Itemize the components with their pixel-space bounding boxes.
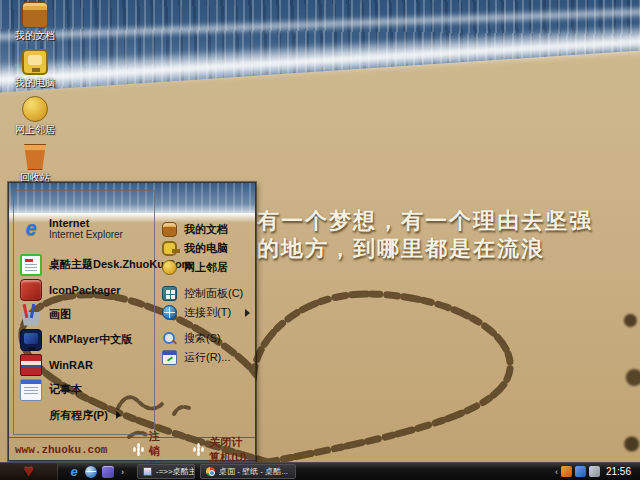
menu-item-connect-to[interactable]: 连接到(T) (162, 303, 250, 322)
notepad-icon (20, 379, 42, 401)
menu-item-kmplayer[interactable]: KMPlayer中文版 (20, 327, 150, 352)
menu-item-my-documents[interactable]: 我的文档 (162, 220, 250, 239)
menu-item-title: 我的文档 (184, 222, 228, 237)
menu-item-title: KMPlayer中文版 (49, 332, 132, 347)
chrome-icon (206, 467, 215, 476)
desktop-icon-label: 我的文档 (6, 30, 64, 41)
menu-item-zhuoku-theme[interactable]: 桌酷主题Desk.ZhuoKu.Com (20, 252, 150, 277)
desktop-icon-network-places[interactable]: 网上邻居 (6, 96, 64, 135)
connect-to-icon (162, 305, 177, 320)
wallpaper-seaweed (620, 292, 640, 480)
document-window-icon (143, 467, 152, 476)
log-off-icon (137, 447, 140, 452)
zhuoku-theme-icon (20, 254, 42, 276)
network-places-icon (22, 96, 48, 122)
start-menu-places-column: 我的文档 我的电脑 网上邻居 控制面板(C) (155, 190, 252, 435)
desktop-icon-my-computer[interactable]: 我的电脑 (6, 49, 64, 88)
zhuoku-site-link[interactable]: www.zhuoku.com (15, 444, 107, 456)
menu-item-winrar[interactable]: WinRAR (20, 352, 150, 377)
menu-item-network-places[interactable]: 网上邻居 (162, 258, 250, 277)
window-button-title: 桌面 - 壁纸 - 桌酷... (219, 466, 288, 477)
menu-item-title: WinRAR (49, 359, 93, 371)
menu-item-internet[interactable]: e Internet Internet Explorer (20, 215, 150, 252)
browser-globe-icon[interactable] (85, 466, 97, 478)
run-icon (162, 350, 177, 365)
menu-item-search[interactable]: 搜索(S) (162, 329, 250, 348)
desktop-icon-my-documents[interactable]: 我的文档 (6, 2, 64, 41)
taskbar-clock: 21:56 (603, 466, 635, 477)
desktop-icon-label: 网上邻居 (6, 124, 64, 135)
menu-item-run[interactable]: 运行(R)... (162, 348, 250, 367)
my-computer-icon (22, 49, 48, 75)
wallpaper-caption-line1: 有一个梦想，有一个理由去坚强 (257, 206, 593, 236)
menu-item-title: 记事本 (49, 382, 82, 397)
turn-off-icon (197, 447, 200, 452)
internet-explorer-icon[interactable]: e (68, 466, 80, 478)
all-programs-label: 所有程序(P) (49, 408, 108, 423)
menu-item-title: 画图 (49, 307, 71, 322)
menu-item-subtitle: Internet Explorer (49, 229, 123, 240)
wallpaper-caption-line2: 的地方，到哪里都是在流浪 (257, 234, 545, 264)
internet-explorer-icon: e (20, 217, 42, 239)
network-places-icon (162, 260, 177, 275)
window-button-title: -=>>桌酷主题 - Mi... (156, 466, 195, 477)
taskbar-window-button[interactable]: 桌面 - 壁纸 - 桌酷... (200, 464, 296, 479)
desktop: 有一个梦想，有一个理由去坚强 的地方，到哪里都是在流浪 我的文档 我的电脑 网上… (0, 0, 640, 480)
menu-item-title: Internet (49, 217, 123, 229)
app-launcher-icon[interactable] (102, 466, 114, 478)
quick-launch-bar: e › (58, 466, 132, 478)
tray-collapse-icon[interactable]: ‹ (555, 467, 558, 477)
start-menu-pinned-column: e Internet Internet Explorer 桌酷主题Desk.Zh… (13, 190, 155, 435)
paint-icon (20, 304, 42, 326)
tray-icon[interactable] (575, 466, 586, 477)
menu-item-my-computer[interactable]: 我的电脑 (162, 239, 250, 258)
taskbar: ♥ e › -=>>桌酷主题 - Mi... 桌面 - 壁纸 - 桌酷... ‹… (0, 462, 640, 480)
kmplayer-icon (20, 329, 42, 351)
menu-item-title: 搜索(S) (184, 331, 221, 346)
menu-item-title: 运行(R)... (184, 350, 230, 365)
start-button[interactable]: ♥ (0, 463, 58, 480)
menu-item-title: 网上邻居 (184, 260, 228, 275)
desktop-icon-label: 我的电脑 (6, 77, 64, 88)
control-panel-icon (162, 286, 177, 301)
turn-off-label: 关闭计算机(U) (209, 435, 249, 465)
desktop-icon-recycle-bin[interactable]: 回收站 (6, 144, 64, 183)
menu-item-title: 连接到(T) (184, 305, 231, 320)
all-programs-button[interactable]: 所有程序(P) (20, 402, 150, 428)
my-computer-icon (162, 241, 177, 256)
search-icon (162, 331, 177, 346)
menu-item-notepad[interactable]: 记事本 (20, 377, 150, 402)
menu-item-title: 我的电脑 (184, 241, 228, 256)
menu-item-title: 控制面板(C) (184, 286, 243, 301)
turn-off-computer-button[interactable]: 关闭计算机(U) (193, 435, 249, 465)
submenu-arrow-icon (116, 411, 121, 419)
taskbar-window-button[interactable]: -=>>桌酷主题 - Mi... (137, 464, 195, 479)
start-menu-footer: www.zhuoku.com 注销(L) 关闭计算机(U) (9, 437, 255, 461)
tray-icon[interactable] (589, 466, 600, 477)
recycle-bin-icon (22, 144, 48, 170)
heart-start-icon: ♥ (23, 464, 33, 480)
quick-launch-expand-icon[interactable]: › (119, 467, 126, 477)
system-tray: ‹ 21:56 (555, 466, 640, 477)
menu-item-control-panel[interactable]: 控制面板(C) (162, 284, 250, 303)
submenu-arrow-icon (245, 309, 250, 317)
my-documents-icon (162, 222, 177, 237)
tray-icon[interactable] (561, 466, 572, 477)
menu-item-paint[interactable]: 画图 (20, 302, 150, 327)
start-menu: e Internet Internet Explorer 桌酷主题Desk.Zh… (8, 182, 256, 461)
menu-item-iconpackager[interactable]: IconPackager (20, 277, 150, 302)
winrar-icon (20, 354, 42, 376)
my-documents-icon (22, 2, 48, 28)
iconpackager-icon (20, 279, 42, 301)
menu-item-title: IconPackager (49, 284, 121, 296)
